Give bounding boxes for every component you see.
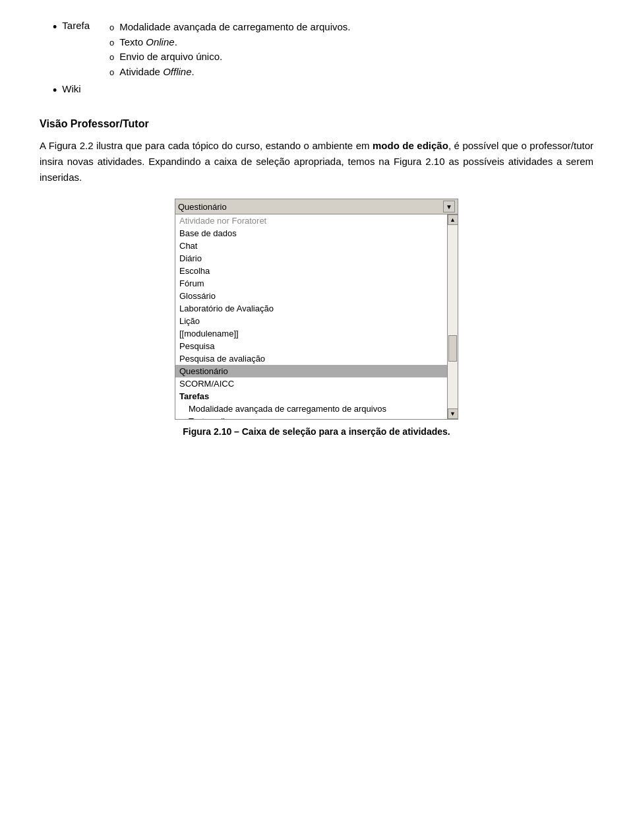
section-heading: Visão Professor/Tutor [40,118,593,130]
list-item[interactable]: Lição [175,315,447,327]
dropdown-items-list: Atividade nor Foratoret Base de dados Ch… [175,214,447,419]
sub-item-1: Texto Online. [109,36,350,49]
paragraph-text-1: A Figura 2.2 ilustra que para cada tópic… [40,140,373,151]
tarefa-label: Tarefa [62,20,90,31]
bullet-tarefa: Tarefa Modalidade avançada de carregamen… [53,20,593,81]
sub-item-1-label: Texto Online. [119,36,177,48]
main-bullet-list: Tarefa Modalidade avançada de carregamen… [40,20,593,98]
sub-item-3: Atividade Offline. [109,66,350,79]
sub-item-0-label: Modalidade avançada de carregamento de a… [119,21,350,32]
list-item[interactable]: Atividade nor Foratoret [175,214,447,227]
tarefa-sublist: Modalidade avançada de carregamento de a… [90,21,350,81]
dropdown-mockup[interactable]: Questionário ▼ Atividade nor Foratoret B… [175,199,458,420]
scrollbar[interactable]: ▲ ▼ [447,214,458,419]
bold-text: modo de edição [373,140,448,151]
list-item-tarefas[interactable]: Tarefas [175,390,447,403]
body-paragraph: A Figura 2.2 ilustra que para cada tópic… [40,138,593,185]
list-item[interactable]: Escolha [175,265,447,277]
list-item[interactable]: SCORM/AICC [175,377,447,390]
online-italic: Online [146,36,174,48]
list-item[interactable]: Fórum [175,277,447,290]
sub-item-2-label: Envio de arquivo único. [119,51,222,62]
dropdown-header[interactable]: Questionário ▼ [175,199,458,214]
bullet-wiki: Wiki [53,83,593,98]
texto-label: Texto [119,36,146,48]
scroll-thumb[interactable] [448,335,457,362]
scroll-up-button[interactable]: ▲ [448,214,458,225]
list-item[interactable]: Base de dados [175,227,447,240]
list-item[interactable]: Diário [175,252,447,265]
list-item[interactable]: Pesquisa [175,340,447,352]
list-item[interactable]: Modalidade avançada de carregamento de a… [175,403,447,415]
figure-caption: Figura 2.10 – Caixa de seleção para a in… [183,426,450,437]
dropdown-scroll-area: Atividade nor Foratoret Base de dados Ch… [175,214,458,419]
list-item-selected[interactable]: Questionário [175,365,447,377]
list-item[interactable]: Laboratório de Avaliação [175,302,447,315]
wiki-label: Wiki [62,83,80,94]
list-item[interactable]: Chat [175,240,447,252]
dropdown-arrow-down[interactable]: ▼ [443,201,455,212]
figure-caption-text: Figura 2.10 – Caixa de seleção para a in… [183,426,450,437]
scroll-track[interactable] [448,225,458,408]
figure-container: Questionário ▼ Atividade nor Foratoret B… [40,199,593,437]
sub-item-2: Envio de arquivo único. [109,51,350,64]
sub-item-0: Modalidade avançada de carregamento de a… [109,21,350,34]
list-item[interactable]: Texto online [175,415,447,419]
dropdown-header-text: Questionário [178,202,227,212]
sub-item-3-label: Atividade Offline. [119,66,194,77]
list-item[interactable]: [[modulename]] [175,327,447,340]
list-item[interactable]: Pesquisa de avaliação [175,352,447,365]
list-item[interactable]: Glossário [175,290,447,302]
scroll-down-button[interactable]: ▼ [448,408,458,419]
section-heading-text: Visão Professor/Tutor [40,118,149,129]
offline-italic: Offline [163,66,191,77]
